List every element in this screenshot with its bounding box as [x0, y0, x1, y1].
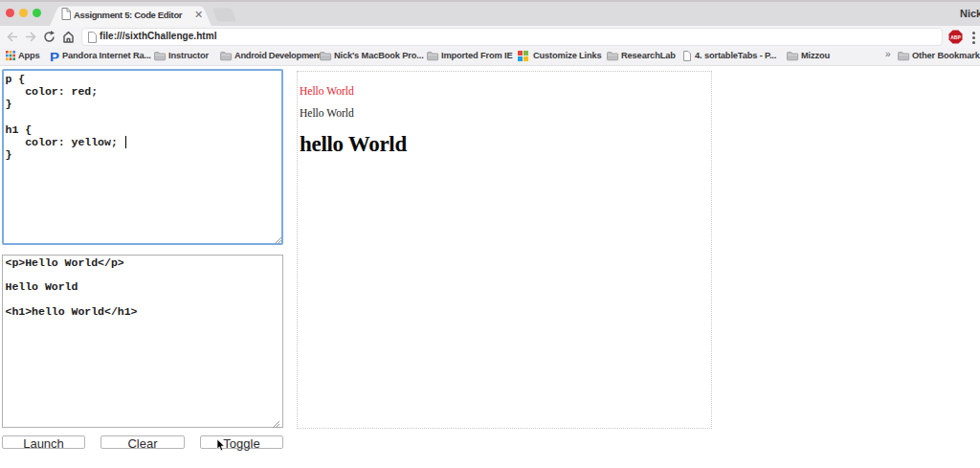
svg-text:ABP: ABP [950, 34, 961, 40]
